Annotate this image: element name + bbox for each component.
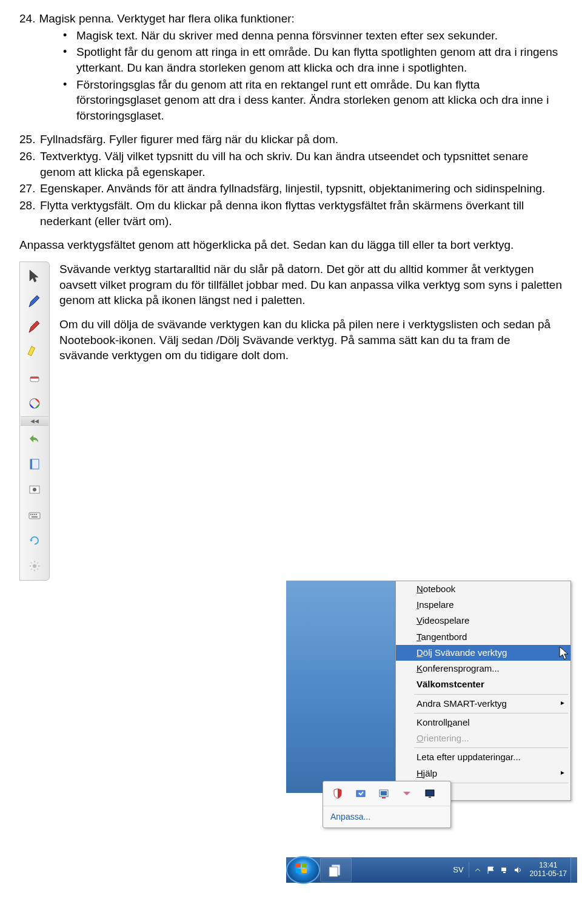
tray-icon-shield[interactable] [332,787,344,800]
menu-label: Orientering... [416,733,469,743]
list-item-24: 24. Magisk penna. Verktyget har flera ol… [19,11,563,27]
svg-rect-26 [296,863,301,868]
menu-item-tangentbord[interactable]: Tangentbord [396,629,570,645]
svg-rect-17 [381,791,387,795]
svg-rect-11 [34,514,35,515]
list-item: Förstoringsglas får du genom att rita en… [76,77,563,124]
menu-item-notebook[interactable]: Notebook [396,581,570,597]
menu-item-videospelare[interactable]: Videospelare [396,613,570,629]
item-text: Flytta verktygsfält. Om du klickar på de… [40,198,563,229]
keyboard-tool[interactable] [22,503,47,527]
svg-rect-20 [429,797,431,798]
menu-item-orientering: Orientering... [396,730,570,746]
notebook-tool[interactable] [22,452,47,476]
highlighter-tool[interactable] [22,340,47,365]
tray-icon-monitor[interactable] [424,787,436,800]
tray-icon-smart[interactable] [378,787,390,800]
context-menu: Notebook Inspelare Videospelare Tangentb… [395,581,571,801]
tray-icon-arrow[interactable] [401,787,413,800]
start-button[interactable] [286,856,320,884]
svg-rect-19 [426,790,434,796]
link-label: Anpassa... [330,812,370,821]
floating-toolbar: ◀◀ [19,261,50,581]
menu-label: Kontrollpanel [416,717,470,727]
network-icon[interactable] [500,865,509,875]
paragraph: Om du vill dölja de svävande verktygen k… [59,317,563,363]
svg-rect-2 [30,377,39,379]
svg-rect-29 [302,869,307,873]
pen-tool-blue[interactable] [22,289,47,314]
svg-rect-10 [32,514,33,515]
svg-rect-27 [302,863,307,868]
menu-item-hjalp[interactable]: Hjälp [396,766,570,781]
menu-label: Leta efter uppdateringar... [416,752,521,762]
menu-item-kontrollpanel[interactable]: Kontrollpanel [396,715,570,730]
menu-label: Videospelare [416,615,469,626]
clock-time: 13:41 [530,862,567,870]
menu-item-uppdateringar[interactable]: Leta efter uppdateringar... [396,749,570,765]
tray-icons-grid [323,781,450,806]
tray-customize-link[interactable]: Anpassa... [323,806,450,828]
svg-rect-15 [356,791,365,797]
menu-item-dolj-svavande[interactable]: Dölj Svävande verktyg [396,645,570,661]
list-item-28: 28. Flytta verktygsfält. Om du klickar p… [19,198,563,229]
menu-item-konferensprogram[interactable]: Konferensprogram... [396,661,570,676]
screenshot-area: Notebook Inspelare Videospelare Tangentb… [286,581,577,884]
list-item: Spotlight får du genom att ringa in ett … [76,44,563,75]
settings-tool[interactable] [22,554,47,578]
menu-separator [414,747,568,748]
menu-item-andra-smart[interactable]: Andra SMART-verktyg [396,696,570,712]
list-item: Magisk text. När du skriver med denna pe… [76,28,563,44]
menu-label: Andra SMART-verktyg [416,698,507,709]
collapse-icon[interactable]: ◀◀ [21,416,48,426]
svg-rect-28 [296,869,301,873]
item-number: 26. [19,149,36,180]
refresh-tool[interactable] [22,528,47,553]
language-indicator[interactable]: SV [448,862,469,878]
eraser-tool[interactable] [22,366,47,390]
menu-separator [414,713,568,713]
undo-tool[interactable] [22,427,47,451]
flag-icon[interactable] [486,865,496,875]
item-text: Magisk penna. Verktyget har flera olika … [39,11,294,27]
svg-rect-5 [30,459,32,469]
svg-rect-23 [501,868,506,871]
menu-item-valkomstcenter[interactable]: Välkomstcenter [396,676,570,692]
svg-rect-8 [29,513,40,519]
item-number: 28. [19,198,36,229]
floating-description: Svävande verktyg startaralltid när du sl… [59,261,563,372]
item-text: Textverktyg. Välj vilket typsnitt du vil… [40,149,563,180]
menu-label: Välkomstcenter [416,679,484,689]
taskbar-app-icon[interactable] [320,858,352,882]
svg-rect-24 [503,872,506,873]
taskbar: SV 13:41 2011-05-17 [286,857,577,883]
item-24-sublist: Magisk text. När du skriver med denna pe… [19,28,563,124]
svg-point-25 [292,859,312,878]
capture-tool[interactable] [22,477,47,502]
menu-separator [414,694,568,695]
menu-label: Notebook [416,584,455,594]
system-tray [469,865,526,875]
menu-label: Konferensprogram... [416,663,500,673]
pointer-tool[interactable] [22,264,47,288]
taskbar-clock[interactable]: 13:41 2011-05-17 [526,862,570,878]
svg-rect-9 [30,514,32,515]
item-number: 27. [19,181,36,197]
show-desktop-button[interactable] [570,857,577,883]
pen-tool-red[interactable] [22,315,47,339]
tray-popup: Anpassa... [323,781,451,828]
item-text: Egenskaper. Används för att ändra fyllna… [40,181,563,197]
menu-label: Hjälp [416,768,437,778]
color-picker-tool[interactable] [22,391,47,416]
menu-label: Tangentbord [416,632,467,642]
list-item-25: 25. Fyllnadsfärg. Fyller figurer med fär… [19,132,563,147]
svg-point-7 [33,488,36,491]
menu-item-inspelare[interactable]: Inspelare [396,597,570,613]
svg-rect-22 [329,867,338,877]
svg-rect-12 [36,514,37,515]
volume-icon[interactable] [513,865,523,875]
svg-point-14 [33,564,36,568]
tray-icon-update[interactable] [355,787,367,800]
item-number: 24. [19,11,35,27]
tray-up-icon[interactable] [473,865,483,875]
